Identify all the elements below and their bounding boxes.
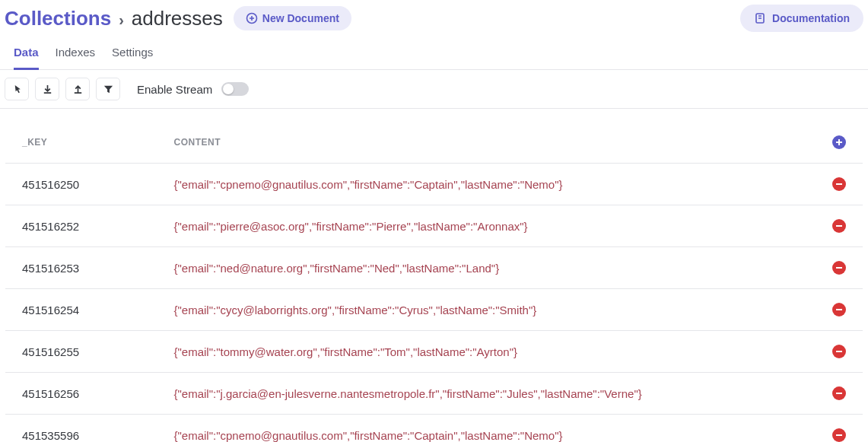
- column-header-action: [803, 122, 863, 164]
- delete-row-button[interactable]: [832, 303, 846, 316]
- chevron-right-icon: ›: [119, 11, 124, 29]
- table-row[interactable]: 451516253 {"email":"ned@nature.org","fir…: [5, 247, 863, 289]
- cell-action: [803, 164, 863, 205]
- table-row[interactable]: 451516252 {"email":"pierre@asoc.org","fi…: [5, 205, 863, 247]
- tab-settings[interactable]: Settings: [112, 46, 153, 70]
- page-header: Collections › addresses New Document Doc…: [0, 0, 868, 32]
- table-row[interactable]: 451516255 {"email":"tommy@water.org","fi…: [5, 331, 863, 373]
- plus-icon: [835, 138, 843, 146]
- minus-icon: [835, 306, 843, 313]
- breadcrumb-root[interactable]: Collections: [5, 7, 111, 30]
- delete-row-button[interactable]: [832, 177, 846, 191]
- documentation-button[interactable]: Documentation: [740, 5, 863, 32]
- breadcrumb: Collections › addresses: [5, 7, 223, 30]
- delete-row-button[interactable]: [832, 428, 846, 442]
- delete-row-button[interactable]: [832, 386, 846, 400]
- minus-icon: [835, 180, 843, 188]
- minus-icon: [835, 348, 843, 355]
- add-column-button[interactable]: [832, 135, 846, 149]
- cell-content: {"email":"tommy@water.org","firstName":"…: [157, 331, 803, 373]
- cell-action: [803, 289, 863, 331]
- delete-row-button[interactable]: [832, 345, 846, 358]
- cell-key: 451516252: [5, 205, 157, 247]
- enable-stream-toggle[interactable]: [221, 82, 249, 96]
- table-row[interactable]: 451516256 {"email":"j.garcia@en-julesver…: [5, 373, 863, 415]
- cell-content: {"email":"j.garcia@en-julesverne.nantesm…: [157, 373, 803, 415]
- tab-data[interactable]: Data: [14, 46, 39, 70]
- cell-action: [803, 373, 863, 415]
- cell-key: 451516253: [5, 247, 157, 289]
- cell-key: 451516254: [5, 289, 157, 331]
- documentation-label: Documentation: [772, 12, 850, 24]
- delete-row-button[interactable]: [832, 219, 846, 233]
- cell-content: {"email":"cpnemo@gnautilus.com","firstNa…: [157, 415, 803, 443]
- tab-indexes[interactable]: Indexes: [56, 46, 96, 70]
- data-table: _KEY CONTENT 451516250 {"email":"cpnemo@…: [5, 121, 863, 442]
- new-document-button[interactable]: New Document: [234, 6, 351, 30]
- cell-content: {"email":"pierre@asoc.org","firstName":"…: [157, 205, 803, 247]
- cell-content: {"email":"cpnemo@gnautilus.com","firstNa…: [157, 164, 803, 205]
- breadcrumb-current: addresses: [132, 7, 223, 30]
- cell-key: 451516256: [5, 373, 157, 415]
- table-row[interactable]: 451516254 {"email":"cycy@laborrights.org…: [5, 289, 863, 331]
- pointer-button[interactable]: [5, 78, 29, 100]
- book-icon: [754, 12, 766, 24]
- pointer-icon: [11, 84, 23, 95]
- column-header-content[interactable]: CONTENT: [157, 122, 803, 164]
- plus-circle-icon: [246, 12, 258, 24]
- upload-icon: [72, 84, 84, 95]
- column-header-key[interactable]: _KEY: [5, 122, 157, 164]
- cell-action: [803, 331, 863, 373]
- cell-content: {"email":"cycy@laborrights.org","firstNa…: [157, 289, 803, 331]
- filter-button[interactable]: [96, 78, 120, 100]
- download-icon: [42, 84, 53, 95]
- cell-action: [803, 415, 863, 443]
- cell-key: 451535596: [5, 415, 157, 443]
- table-row[interactable]: 451535596 {"email":"cpnemo@gnautilus.com…: [5, 415, 863, 443]
- enable-stream-label: Enable Stream: [137, 83, 212, 96]
- table-row[interactable]: 451516250 {"email":"cpnemo@gnautilus.com…: [5, 164, 863, 205]
- minus-icon: [835, 431, 843, 439]
- enable-stream-control: Enable Stream: [137, 82, 249, 96]
- upload-button[interactable]: [65, 78, 90, 100]
- toolbar: Enable Stream: [0, 70, 868, 109]
- download-button[interactable]: [35, 78, 59, 100]
- cell-key: 451516255: [5, 331, 157, 373]
- data-table-wrap: _KEY CONTENT 451516250 {"email":"cpnemo@…: [0, 109, 868, 442]
- cell-action: [803, 247, 863, 289]
- delete-row-button[interactable]: [832, 261, 846, 275]
- minus-icon: [835, 222, 843, 230]
- minus-icon: [835, 390, 843, 397]
- cell-content: {"email":"ned@nature.org","firstName":"N…: [157, 247, 803, 289]
- minus-icon: [835, 264, 843, 272]
- cell-key: 451516250: [5, 164, 157, 205]
- new-document-label: New Document: [262, 12, 339, 24]
- tabs: DataIndexesSettings: [0, 32, 868, 70]
- cell-action: [803, 205, 863, 247]
- filter-icon: [103, 84, 114, 95]
